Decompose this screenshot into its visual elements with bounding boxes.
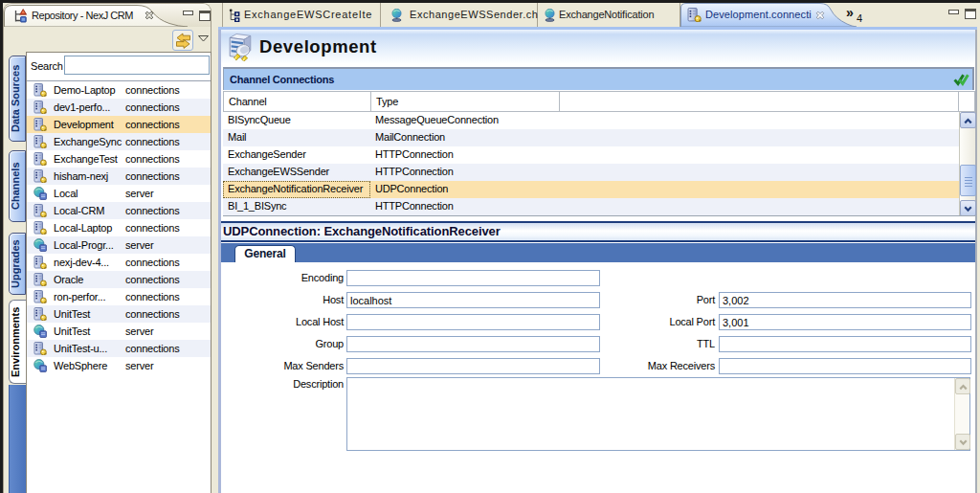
side-tab-strip-filler (9, 385, 26, 493)
list-item[interactable]: dev1-perfo... connections (27, 99, 211, 116)
list-item[interactable]: UnitTest connections (27, 305, 211, 323)
field-input[interactable] (719, 336, 971, 352)
list-item[interactable]: UnitTest-u... connections (27, 340, 211, 357)
cell-type[interactable]: UDPConnection (375, 181, 448, 198)
field-input[interactable] (719, 292, 971, 308)
side-tab-upgrades[interactable]: Upgrades (9, 233, 26, 295)
perspective-tab-strip: Data Sources Channels Upgrades Environme… (9, 52, 27, 493)
table-row[interactable]: ExchangeSender HTTPConnection (223, 146, 959, 164)
list-item[interactable]: Local-Progr... server (27, 236, 211, 254)
side-tab-data-sources[interactable]: Data Sources (9, 56, 26, 142)
cell-type[interactable]: HTTPConnection (375, 198, 454, 215)
scrollbar-up-button[interactable] (960, 112, 976, 128)
table-row[interactable]: BI_1_BISync HTTPConnection (223, 198, 959, 215)
cell-channel[interactable]: ExchangeNotificationReceiver (223, 181, 370, 198)
scrollbar-up-button[interactable] (955, 378, 970, 394)
list-item[interactable]: Local-CRM connections (27, 202, 211, 219)
tab-close-icon[interactable] (814, 10, 826, 21)
table-bottom-border (223, 215, 975, 216)
connections-icon (33, 152, 47, 166)
list-item[interactable]: ExchangeTest connections (27, 150, 211, 168)
search-input[interactable] (64, 56, 210, 75)
scrollbar-down-button[interactable] (955, 434, 970, 450)
list-item[interactable]: Demo-Laptop connections (27, 81, 211, 99)
environment-type: server (125, 323, 153, 340)
tab-exchangeewssender[interactable]: ExchangeEWSSender.ch (381, 3, 538, 27)
connections-icon (33, 118, 47, 131)
environment-type: connections (125, 219, 180, 236)
list-item[interactable]: WebSphere server (27, 357, 211, 374)
scrollbar-down-button[interactable] (960, 200, 976, 216)
cell-channel[interactable]: ExchangeSender (223, 146, 370, 164)
field-input[interactable] (719, 314, 971, 330)
view-menu-icon[interactable] (198, 35, 209, 42)
list-item[interactable]: Development connections (27, 116, 211, 133)
cell-type[interactable]: MailConnection (375, 129, 445, 146)
validation-ok-icon (953, 72, 969, 87)
editor-tab-bar: ExchangeEWSCreateIte ExchangeEWSSender.c… (218, 3, 977, 27)
description-label: Description (223, 378, 344, 390)
cell-type[interactable]: HTTPConnection (375, 146, 454, 164)
field-label: Encoding (223, 270, 344, 286)
side-tab-channels[interactable]: Channels (9, 150, 26, 222)
connections-icon (33, 169, 47, 183)
editor-maximize-button[interactable] (965, 9, 976, 19)
cell-channel[interactable]: ExchangeEWSSender (223, 164, 370, 181)
tab-exchangenotification[interactable]: ExchangeNotification (538, 3, 680, 27)
tab-general[interactable]: General (234, 245, 296, 262)
repository-view: Repository - NexJ CRM Data Sources Chann… (3, 3, 212, 493)
view-close-icon[interactable] (144, 10, 155, 21)
environment-type: connections (125, 168, 180, 185)
detail-title-band: UDPConnection: ExchangeNotificationRecei… (221, 223, 975, 240)
environments-panel: Search Demo-Laptop connections dev1-perf… (26, 52, 212, 493)
table-row[interactable]: ExchangeEWSSender HTTPConnection (223, 164, 959, 181)
field-input[interactable] (719, 358, 971, 374)
environment-type: connections (125, 81, 180, 99)
more-tabs-chevron[interactable]: » 4 (846, 5, 875, 26)
connections-icon (33, 135, 47, 148)
field-input[interactable] (346, 270, 600, 286)
table-row[interactable]: BISyncQueue MessageQueueConnection (223, 112, 959, 129)
environment-name: Local (54, 185, 78, 202)
environment-name: Local-Laptop (54, 219, 112, 236)
cell-channel[interactable]: Mail (223, 129, 370, 146)
list-item[interactable]: ExchangeSync connections (27, 133, 211, 150)
environment-type: connections (125, 340, 180, 357)
cell-channel[interactable]: BI_1_BISync (223, 198, 370, 215)
table-scrollbar[interactable] (959, 112, 975, 216)
repository-icon (12, 8, 28, 23)
column-header-type[interactable]: Type (371, 92, 560, 111)
list-item[interactable]: UnitTest server (27, 323, 211, 340)
list-item[interactable]: Local server (27, 185, 211, 202)
cell-type[interactable]: HTTPConnection (375, 164, 454, 181)
list-item[interactable]: Local-Laptop connections (27, 219, 211, 236)
view-minimize-button[interactable] (183, 11, 193, 15)
environment-type: connections (125, 99, 180, 116)
tab-development-connecti-active[interactable]: Development.connecti (680, 3, 857, 27)
table-row[interactable]: ExchangeNotificationReceiver UDPConnecti… (223, 181, 959, 198)
description-scrollbar[interactable] (954, 378, 969, 450)
view-maximize-button[interactable] (199, 11, 211, 21)
environment-type: connections (125, 150, 180, 168)
table-header-row: Channel Type (223, 91, 975, 112)
table-body: BISyncQueue MessageQueueConnection Mail … (223, 112, 959, 215)
editor-minimize-button[interactable] (948, 10, 959, 14)
cell-type[interactable]: MessageQueueConnection (375, 112, 499, 129)
list-item[interactable]: hisham-nexj connections (27, 168, 211, 185)
link-with-editor-button[interactable] (172, 30, 193, 51)
environment-type: connections (125, 254, 180, 271)
table-row[interactable]: Mail MailConnection (223, 129, 959, 146)
field-label: Local Port (577, 314, 715, 330)
list-item[interactable]: Oracle connections (27, 271, 211, 288)
connections-icon (33, 101, 47, 114)
list-item[interactable]: ron-perfor... connections (27, 288, 211, 305)
cell-channel[interactable]: BISyncQueue (223, 112, 370, 129)
tab-exchangeewscreateite[interactable]: ExchangeEWSCreateIte (222, 3, 381, 27)
list-item[interactable]: nexj-dev-4... connections (27, 254, 211, 271)
scrollbar-thumb[interactable] (960, 165, 976, 196)
column-header-channel[interactable]: Channel (224, 92, 371, 111)
description-textarea[interactable] (346, 377, 970, 451)
side-tab-environments[interactable]: Environments (9, 300, 27, 384)
environment-name: dev1-perfo... (54, 99, 110, 116)
environment-type: connections (125, 133, 180, 150)
